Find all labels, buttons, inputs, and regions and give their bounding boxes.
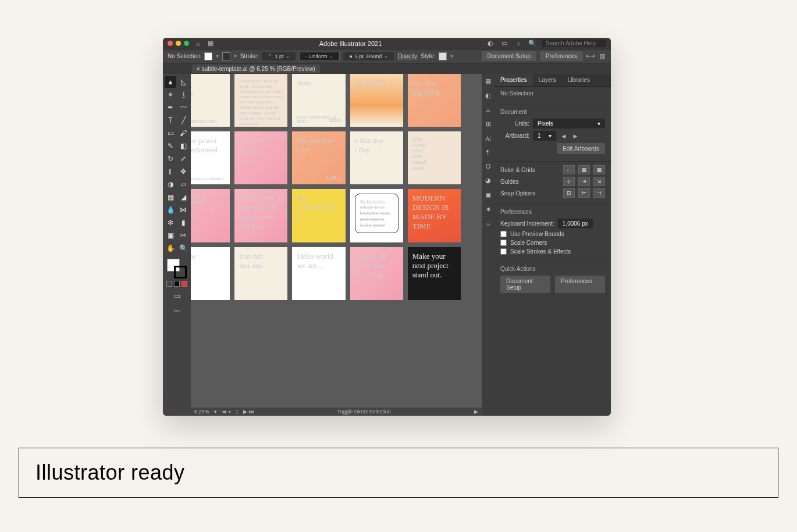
artboard[interactable]: our nextbig thing [408, 74, 461, 127]
stroke-weight[interactable]: ⌃1 pt [262, 52, 296, 60]
lasso-tool[interactable]: ⟆ [177, 89, 189, 101]
maximize-icon[interactable] [184, 41, 189, 46]
artboard[interactable]: Your poweris unlimitedYour power is unli… [191, 131, 230, 184]
preferences-button[interactable]: Preferences [540, 51, 583, 61]
align-icon[interactable]: ⟷ [586, 52, 595, 60]
stroke-swatch[interactable] [222, 52, 230, 60]
wand-tool[interactable]: ✶ [165, 89, 176, 101]
graphic-styles-icon[interactable]: ▣ [485, 191, 491, 199]
rotate-tool[interactable]: ↻ [165, 153, 176, 165]
guide-toggle-icon[interactable]: ⊹ [563, 177, 575, 186]
artboard[interactable]: To becomewhole is tobecome real,and real… [350, 189, 403, 242]
artboard[interactable]: Here is some text, be creative with it [350, 74, 403, 127]
stroke-profile[interactable]: Uniform [299, 52, 340, 61]
rect-tool[interactable]: ▭ [165, 127, 176, 139]
opacity-label[interactable]: Opacity [397, 53, 417, 59]
slice-tool[interactable]: ✂ [177, 230, 189, 241]
layout-icon[interactable]: ▦ [207, 40, 215, 48]
graph-tool[interactable]: ▮ [177, 217, 189, 228]
swatches-icon[interactable]: ▦ [485, 77, 491, 85]
edit-artboards-button[interactable]: Edit Artboards [557, 143, 605, 154]
window-controls[interactable] [168, 41, 189, 46]
width-tool[interactable]: ⫿ [165, 166, 176, 177]
zoom-tool[interactable]: 🔍 [177, 242, 189, 254]
brush-preset[interactable]: ● 5 pt. Round [343, 52, 394, 60]
transparency-grid-icon[interactable]: ▩ [593, 165, 605, 174]
artboard[interactable]: BigSaleHereMadebyBoldLeopel [191, 74, 230, 127]
stroke-panel-icon[interactable]: ≡ [486, 106, 490, 113]
smart-guides-icon[interactable]: ⇲ [593, 177, 605, 186]
snap-pixel-icon[interactable]: ⊡ [563, 188, 575, 198]
symbol-spray-tool[interactable]: ✻ [165, 217, 176, 228]
minimize-icon[interactable] [176, 41, 181, 46]
guide-lock-icon[interactable]: ⇥ [578, 177, 590, 186]
snap-grid-icon[interactable]: ⊣ [593, 188, 605, 198]
kb-increment-field[interactable]: 1,0006 px [558, 219, 593, 228]
shape-builder-tool[interactable]: ◑ [165, 178, 176, 190]
gradient-tool[interactable]: ◢ [177, 191, 189, 203]
artboard[interactable]: Make your next project stand out. [408, 247, 461, 300]
artboard[interactable]: PhotoshopIllustrator [191, 189, 230, 242]
artboard[interactable]: Design for less is the way to go … [350, 247, 403, 300]
blend-tool[interactable]: ⋈ [177, 204, 189, 216]
document-tab[interactable]: × subtle-template.ai @ 6,25 % (RGB/Previ… [192, 65, 320, 73]
close-icon[interactable] [168, 41, 173, 46]
artboard[interactable]: Lorem ipsum dolor sit amet, consectetuer… [234, 74, 287, 127]
artboard[interactable]: We are here to stay and will help you in… [234, 189, 287, 242]
screen-mode[interactable]: ▭ [171, 290, 183, 302]
scale-corners[interactable]: Scale Corners [500, 240, 605, 246]
artboard[interactable]: Are you there? [234, 131, 287, 184]
artboard[interactable]: RNN IS MADEE [292, 189, 345, 242]
window-icon[interactable]: ▭ [500, 40, 508, 48]
tab-libraries[interactable]: Libraries [562, 74, 596, 86]
artboard-tool[interactable]: ▣ [165, 230, 176, 241]
prev-artboard-icon[interactable]: ◄ [560, 132, 568, 140]
zoom-level[interactable]: 6,25% [194, 409, 209, 415]
home-icon[interactable]: ⌂ [194, 40, 202, 48]
mesh-tool[interactable]: ▦ [165, 191, 176, 203]
eyedropper-tool[interactable]: 💧 [165, 204, 176, 216]
appearance-icon[interactable]: ◕ [485, 177, 491, 184]
pen-tool[interactable]: ✒ [165, 102, 176, 113]
character-icon[interactable]: A| [485, 135, 491, 142]
artboard[interactable]: Hello world we are… [292, 247, 345, 300]
selection-tool[interactable]: ▲ [165, 76, 176, 88]
units-select[interactable]: Pixels ▾ [533, 119, 605, 128]
ruler-icon[interactable]: ⌐ [563, 165, 575, 174]
style-swatch[interactable] [439, 52, 447, 60]
opentype-icon[interactable]: O [486, 163, 491, 170]
direct-select-tool[interactable]: ◺ [177, 76, 189, 88]
eraser-tool[interactable]: ◧ [177, 140, 189, 152]
tab-properties[interactable]: Properties [494, 74, 533, 86]
search-icon[interactable]: 🔍 [528, 40, 536, 48]
free-transform-tool[interactable]: ✥ [177, 166, 189, 177]
help-search[interactable]: Search Adobe Help [542, 40, 606, 47]
scale-tool[interactable]: ⤢ [177, 153, 189, 165]
shaper-tool[interactable]: ✎ [165, 140, 176, 152]
canvas-area[interactable]: BigSaleHereMadebyBoldLeopelLorem ipsum d… [191, 74, 482, 416]
bulb-icon[interactable]: ♀ [514, 40, 522, 48]
tab-layers[interactable]: Layers [533, 74, 562, 86]
color-mode[interactable] [166, 281, 172, 287]
curvature-tool[interactable]: 〰 [177, 102, 189, 113]
type-tool[interactable]: T [165, 115, 176, 126]
next-artboard-icon[interactable]: ► [571, 132, 579, 140]
fill-swatch[interactable] [204, 52, 212, 60]
line-tool[interactable]: ╱ [177, 115, 189, 126]
artboard[interactable]: MODERN DESIGN IS MADE BY TIME [408, 189, 461, 242]
brush-tool[interactable]: 🖌 [177, 127, 189, 139]
artboard[interactable]: IntroLorem ipsum dolor sit amet…2021 [292, 74, 345, 127]
artboard-nav[interactable]: 1 [236, 409, 239, 415]
scale-strokes-effects[interactable]: Scale Strokes & Effects [500, 248, 605, 255]
user-icon[interactable]: ◐ [486, 40, 494, 48]
artboard[interactable]: n to runster and [234, 247, 287, 300]
snap-point-icon[interactable]: ⊢ [578, 188, 590, 198]
artboard[interactable]: Do you love me?Left... [292, 131, 345, 184]
perspective-tool[interactable]: ▱ [177, 178, 189, 190]
qa-preferences[interactable]: Preferences [555, 276, 605, 293]
artboard[interactable]: Now [191, 247, 230, 300]
paragraph-icon[interactable]: ¶ [486, 149, 490, 156]
grid-icon[interactable]: ⊞ [486, 120, 491, 128]
qa-document-setup[interactable]: Document Setup [500, 276, 550, 293]
gradient-mode[interactable] [174, 281, 180, 287]
